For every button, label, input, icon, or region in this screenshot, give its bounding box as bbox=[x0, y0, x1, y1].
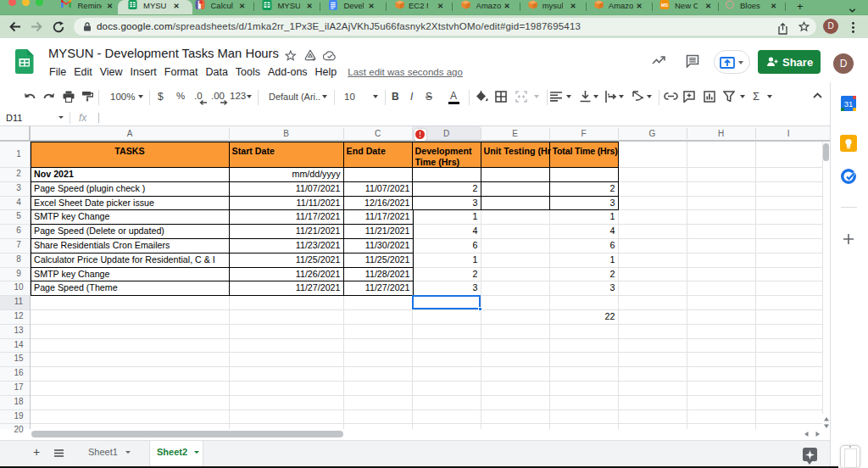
svg-text:31: 31 bbox=[844, 99, 854, 109]
svg-text:MS: MS bbox=[661, 3, 669, 8]
